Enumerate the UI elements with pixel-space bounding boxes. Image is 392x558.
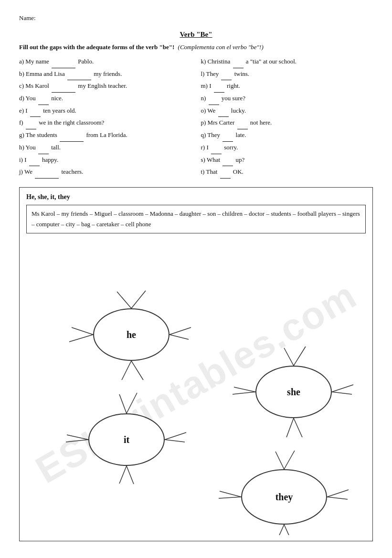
blank[interactable] bbox=[38, 142, 49, 154]
svg-line-14 bbox=[286, 418, 294, 437]
svg-line-26 bbox=[327, 490, 349, 497]
svg-line-28 bbox=[220, 491, 241, 497]
blank[interactable] bbox=[35, 166, 59, 179]
right-exercise-item: o) We lucky. bbox=[201, 105, 373, 117]
right-exercise-item: m) I right. bbox=[201, 80, 373, 93]
svg-line-13 bbox=[233, 392, 255, 394]
blank[interactable] bbox=[60, 129, 84, 142]
svg-line-18 bbox=[165, 432, 186, 440]
she-node: she bbox=[255, 366, 332, 418]
svg-line-31 bbox=[284, 525, 293, 535]
right-exercise-item: n) you sure? bbox=[201, 93, 373, 105]
instruction: Fill out the gaps with the adequate form… bbox=[19, 43, 373, 51]
svg-line-21 bbox=[66, 440, 88, 442]
blank[interactable] bbox=[38, 93, 49, 105]
right-exercise-item: k) Christina a "tia" at our school. bbox=[201, 56, 373, 68]
page-title: Verb "Be" bbox=[19, 31, 373, 39]
svg-line-17 bbox=[127, 393, 137, 413]
left-column: a) My name Pablo.b) Emma and Lisa my fri… bbox=[19, 56, 191, 179]
right-exercise-item: p) Mrs Carter not here. bbox=[201, 117, 373, 129]
svg-line-2 bbox=[170, 327, 191, 335]
blank[interactable] bbox=[211, 142, 222, 154]
blank[interactable] bbox=[29, 154, 40, 167]
section2-title: He, she, it, they bbox=[26, 193, 366, 201]
blank[interactable] bbox=[67, 68, 91, 81]
svg-line-29 bbox=[219, 497, 241, 498]
left-exercise-item: c) Ms Karol my English teacher. bbox=[19, 80, 191, 93]
word-box: Ms Karol – my friends – Miguel – classro… bbox=[26, 205, 366, 233]
blank[interactable] bbox=[26, 117, 36, 129]
left-exercise-item: b) Emma and Lisa my friends. bbox=[19, 68, 191, 81]
left-exercise-item: f) we in the right classroom? bbox=[19, 117, 191, 129]
svg-line-16 bbox=[119, 394, 127, 413]
blank[interactable] bbox=[209, 93, 219, 105]
blank[interactable] bbox=[30, 105, 41, 117]
right-exercise-item: t) That OK. bbox=[201, 166, 373, 179]
svg-line-7 bbox=[131, 361, 143, 380]
svg-line-0 bbox=[117, 292, 131, 308]
left-exercise-item: h) You tall. bbox=[19, 142, 191, 154]
svg-line-6 bbox=[122, 361, 131, 380]
right-exercise-item: r) I sorry. bbox=[201, 142, 373, 154]
right-exercise-item: l) They twins. bbox=[201, 68, 373, 81]
svg-line-25 bbox=[284, 451, 295, 469]
right-exercise-item: s) What up? bbox=[201, 154, 373, 167]
they-node: they bbox=[241, 469, 327, 525]
blank[interactable] bbox=[52, 56, 75, 68]
name-line: Name: bbox=[19, 14, 373, 22]
svg-line-27 bbox=[327, 497, 348, 499]
exercises-grid: a) My name Pablo.b) Emma and Lisa my fri… bbox=[19, 56, 373, 179]
blank[interactable] bbox=[214, 80, 224, 93]
svg-line-24 bbox=[275, 452, 284, 469]
svg-line-22 bbox=[119, 466, 127, 484]
svg-line-8 bbox=[284, 348, 294, 366]
left-exercise-item: i) I happy. bbox=[19, 154, 191, 167]
svg-line-9 bbox=[294, 347, 306, 366]
svg-line-20 bbox=[67, 435, 88, 440]
mindmap: ESLprintables.com bbox=[26, 239, 366, 535]
left-exercise-item: g) The students from La Florida. bbox=[19, 129, 191, 142]
left-exercise-item: e) I ten years old. bbox=[19, 105, 191, 117]
svg-line-4 bbox=[72, 327, 93, 335]
blank[interactable] bbox=[220, 166, 231, 179]
svg-line-1 bbox=[131, 291, 146, 308]
it-node: it bbox=[88, 413, 165, 466]
blank[interactable] bbox=[222, 154, 233, 167]
right-column: k) Christina a "tia" at our school.l) Th… bbox=[201, 56, 373, 179]
left-exercise-item: d) You nice. bbox=[19, 93, 191, 105]
svg-line-11 bbox=[332, 392, 352, 394]
svg-line-3 bbox=[170, 335, 189, 339]
blank[interactable] bbox=[233, 56, 244, 68]
svg-line-19 bbox=[165, 440, 185, 442]
left-exercise-item: j) We teachers. bbox=[19, 166, 191, 179]
blank[interactable] bbox=[52, 80, 75, 93]
right-exercise-item: q) They late. bbox=[201, 129, 373, 142]
blank[interactable] bbox=[237, 117, 248, 129]
svg-line-30 bbox=[275, 525, 284, 535]
blank[interactable] bbox=[221, 68, 232, 81]
svg-line-5 bbox=[69, 335, 93, 342]
left-exercise-item: a) My name Pablo. bbox=[19, 56, 191, 68]
blank[interactable] bbox=[218, 105, 229, 117]
svg-line-12 bbox=[234, 387, 255, 392]
svg-line-10 bbox=[332, 385, 353, 392]
section2: He, she, it, they Ms Karol – my friends … bbox=[19, 187, 373, 541]
svg-line-23 bbox=[127, 466, 134, 484]
he-node: he bbox=[93, 308, 170, 361]
title-section: Verb "Be" bbox=[19, 31, 373, 39]
blank[interactable] bbox=[222, 129, 233, 142]
svg-line-15 bbox=[294, 418, 302, 437]
